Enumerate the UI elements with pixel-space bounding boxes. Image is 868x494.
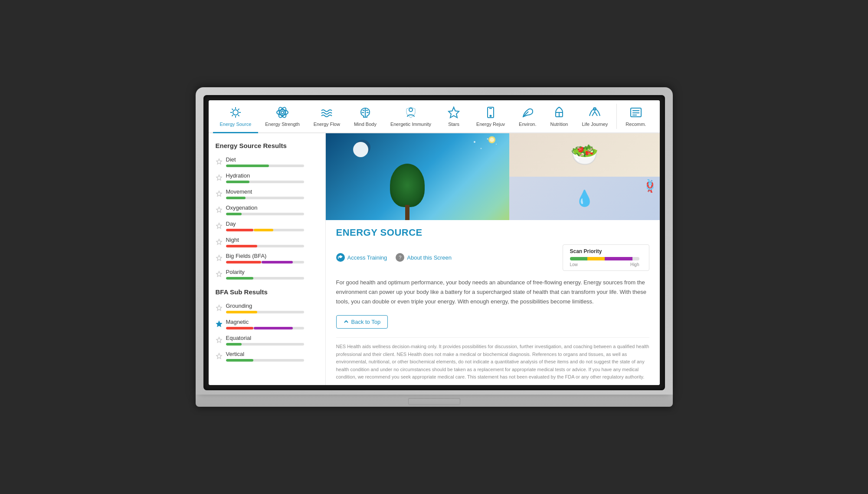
- phone-icon: [484, 105, 498, 119]
- list-item[interactable]: Night: [209, 234, 325, 250]
- svg-marker-27: [216, 159, 222, 164]
- bar-hydration: [226, 181, 304, 183]
- screen-bezel: Energy Source Energy Strength: [203, 95, 665, 390]
- sidebar-main-title: Energy Source Results: [209, 140, 325, 154]
- list-icon: [629, 105, 643, 119]
- nav-nutrition-label: Nutrition: [550, 121, 568, 127]
- svg-point-0: [233, 110, 238, 115]
- svg-marker-33: [216, 255, 222, 260]
- about-screen-label: About this Screen: [407, 254, 452, 261]
- nav-energy-strength-label: Energy Strength: [265, 121, 300, 127]
- svg-marker-38: [216, 353, 222, 359]
- star-icon: [216, 174, 223, 181]
- nav-energy-flow-label: Energy Flow: [314, 121, 340, 127]
- back-to-top-button[interactable]: Back to Top: [336, 315, 388, 329]
- svg-line-7: [238, 109, 239, 110]
- list-item[interactable]: Big Fields (BFA): [209, 250, 325, 266]
- nav-recomm-label: Recomm.: [626, 121, 646, 127]
- star-icon: [216, 336, 223, 343]
- leaf-icon: [521, 105, 534, 119]
- app-body: Energy Source Results Diet: [209, 133, 660, 385]
- nav-nutrition[interactable]: Nutrition: [543, 100, 575, 133]
- svg-line-5: [232, 109, 233, 110]
- list-item[interactable]: Diet: [209, 154, 325, 170]
- hero-tree: [390, 164, 425, 220]
- svg-marker-34: [216, 271, 222, 277]
- star-icon: [216, 206, 223, 213]
- svg-marker-30: [216, 207, 222, 212]
- star-icon: [216, 238, 223, 245]
- list-item[interactable]: Movement: [209, 186, 325, 202]
- trackpad: [408, 398, 460, 405]
- nav-energetic-immunity[interactable]: Energetic Immunity: [383, 100, 438, 133]
- svg-marker-31: [216, 223, 222, 228]
- hero-exercise-image: 🪢 💧: [509, 177, 660, 220]
- star-icon: [216, 254, 223, 261]
- star-icon-filled: [216, 320, 223, 327]
- list-item[interactable]: Day: [209, 218, 325, 234]
- star-icon: [216, 190, 223, 197]
- hero-image: 🥗 🪢 💧: [326, 133, 660, 220]
- svg-point-9: [281, 111, 284, 114]
- nav-environ[interactable]: Environ.: [512, 100, 543, 133]
- svg-point-14: [409, 108, 413, 112]
- access-training-link[interactable]: Access Training: [336, 253, 387, 262]
- nav-environ-label: Environ.: [519, 121, 536, 127]
- list-item[interactable]: Vertical: [209, 348, 325, 364]
- star-icon: [216, 352, 223, 359]
- nav-stars-label: Stars: [448, 121, 459, 127]
- nav-energy-flow[interactable]: Energy Flow: [307, 100, 347, 133]
- nav-energy-source[interactable]: Energy Source: [213, 100, 259, 133]
- nav-energetic-immunity-label: Energetic Immunity: [390, 121, 431, 127]
- scan-low-label: Low: [570, 262, 578, 267]
- about-screen-link[interactable]: ? About this Screen: [396, 253, 452, 262]
- action-links: Access Training ? About this Screen: [336, 253, 452, 262]
- access-training-label: Access Training: [347, 254, 387, 261]
- nav-stars[interactable]: Stars: [438, 100, 469, 133]
- bar-bfa: [226, 261, 304, 263]
- nav-energy-strength[interactable]: Energy Strength: [258, 100, 307, 133]
- disclaimer-text: NES Health aids wellness decision-making…: [336, 337, 649, 385]
- list-item[interactable]: Equatorial: [209, 332, 325, 348]
- journey-icon: [588, 105, 602, 119]
- description-text: For good health and optimum performance,…: [336, 278, 649, 306]
- bar-vertical: [226, 359, 304, 362]
- training-icon: [336, 253, 345, 262]
- nav-energy-rejuv[interactable]: Energy Rejuv: [469, 100, 512, 133]
- nav-recomm[interactable]: Recomm.: [619, 100, 653, 133]
- svg-point-18: [490, 115, 491, 117]
- list-item[interactable]: Hydration: [209, 170, 325, 186]
- atom-icon: [275, 105, 289, 119]
- hero-food-image: 🥗: [509, 133, 660, 177]
- nav-energy-rejuv-label: Energy Rejuv: [476, 121, 505, 127]
- scan-priority-bar: [570, 257, 639, 260]
- list-item[interactable]: Oxygenation: [209, 202, 325, 218]
- svg-marker-15: [449, 107, 459, 118]
- star-icon: [447, 105, 461, 119]
- list-item[interactable]: Polarity: [209, 266, 325, 282]
- svg-line-6: [238, 115, 239, 116]
- scan-high-label: High: [630, 262, 639, 267]
- arrow-up-icon: [344, 319, 349, 324]
- star-icon: [216, 158, 223, 165]
- bar-magnetic: [226, 327, 304, 329]
- list-item[interactable]: Magnetic: [209, 316, 325, 332]
- list-item[interactable]: Grounding: [209, 300, 325, 316]
- laptop-lid: Energy Source Energy Strength: [196, 87, 673, 394]
- nav-divider: [616, 104, 617, 128]
- content-area: ENERGY SOURCE: [326, 220, 660, 385]
- star-icon: [216, 222, 223, 229]
- nav-life-journey[interactable]: Life Journey: [575, 100, 615, 133]
- waves-icon: [320, 105, 334, 119]
- scan-priority-label: Scan Priority: [570, 248, 642, 254]
- bar-night: [226, 245, 304, 247]
- bar-day: [226, 229, 304, 231]
- nav-energy-source-label: Energy Source: [220, 121, 252, 127]
- shield-person-icon: [404, 105, 418, 119]
- nutrition-icon: [552, 105, 566, 119]
- star-icon: [216, 270, 223, 277]
- laptop-container: Energy Source Energy Strength: [196, 87, 673, 406]
- hero-left: [326, 133, 510, 220]
- nav-mind-body[interactable]: Mind Body: [347, 100, 383, 133]
- svg-line-8: [232, 115, 233, 116]
